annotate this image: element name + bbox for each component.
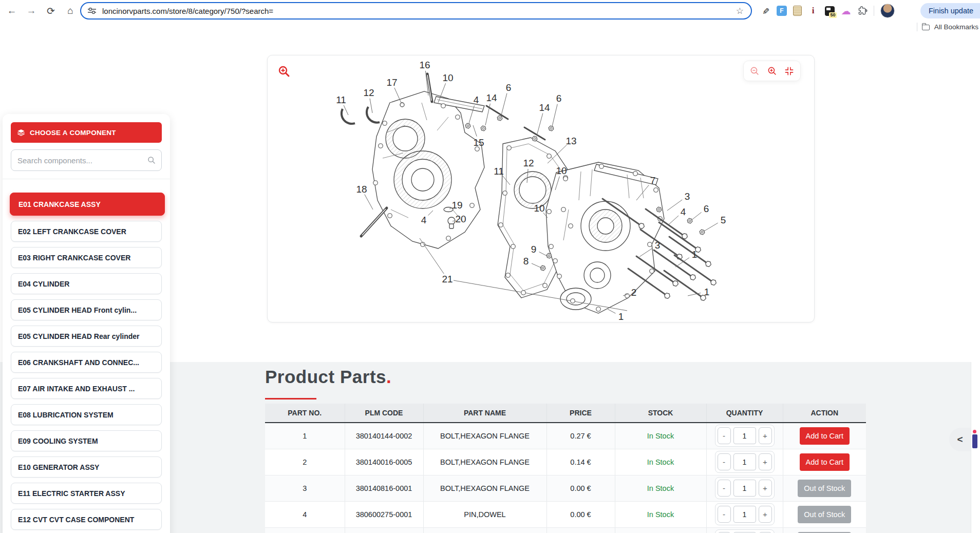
diagram-callout-number: 9 [531,244,537,255]
callout-leader-line [552,104,557,126]
qty-decrease-button[interactable]: - [718,427,731,444]
col-quantity: QUANTITY [706,404,783,423]
add-to-cart-button[interactable]: Add to Cart [800,427,850,445]
part-name-cell [423,527,546,533]
pen-extension-icon[interactable]: ✎ [760,6,770,16]
callout-leader-line [704,223,718,231]
zoom-out-button[interactable] [749,65,761,77]
plm-code-cell: 380140016-0005 [345,449,423,475]
sidebar-item-e02[interactable]: E02 LEFT CRANKCASE COVER [11,221,162,242]
diagram-callout-number: 15 [473,137,484,148]
sidebar-item-e07[interactable]: E07 AIR INTAKE AND EXHAUST ... [11,378,162,399]
search-icon [147,156,156,164]
sidebar-item-e10[interactable]: E10 GENERATOR ASSY [11,456,162,478]
back-button[interactable]: ← [3,2,21,20]
add-to-cart-button[interactable]: Add to Cart [800,453,850,471]
sidebar-divider [3,179,170,179]
sidebar-item-e08[interactable]: E08 LUBRICATION SYSTEM [11,404,162,425]
stock-cell: In Stock [615,423,706,449]
address-bar[interactable]: loncinorvparts.com/store/8/category/750/… [80,2,752,20]
sidebar-item-e11[interactable]: E11 ELECTRIC STARTER ASSY [11,483,162,504]
fifty-icon: 50 [825,6,835,16]
choose-component-header: CHOOSE A COMPONENT [11,122,162,143]
qty-input[interactable] [733,480,756,497]
reload-icon: ⟳ [47,5,55,17]
diagram-callout-number: 10 [442,72,453,83]
quantity-cell: -+ [706,449,783,475]
f-icon-label: F [780,7,783,14]
sidebar-item-e01[interactable]: E01 CRANKCASE ASSY [10,193,165,216]
quantity-stepper: -+ [715,503,775,525]
all-bookmarks-button[interactable]: All Bookmarks [934,23,978,31]
profile-avatar[interactable] [880,4,895,18]
products-title: Product Parts. [265,367,391,387]
fit-view-button[interactable] [783,65,796,77]
notepad-extension-icon[interactable] [793,6,802,16]
qty-increase-button[interactable]: + [759,453,772,470]
diagram-callout-number: 21 [442,274,453,284]
callout-leader-line [365,195,373,210]
fifty-extension-icon[interactable]: 50 [824,6,835,16]
diagram-callout-number: 19 [451,200,462,211]
zoom-in-button[interactable] [766,65,778,77]
component-search-input[interactable] [11,149,162,171]
cloud-icon: ☁ [841,5,851,17]
diagram-callout-number: 6 [506,82,512,93]
sidebar-item-e06[interactable]: E06 CRANKSHAFT AND CONNEC... [11,352,162,373]
out-of-stock-button: Out of Stock [798,506,851,523]
i-extension-icon[interactable]: i [808,6,818,16]
forward-button[interactable]: → [23,2,40,20]
home-button[interactable]: ⌂ [62,2,79,20]
sidebar-item-e04[interactable]: E04 CYLINDER [11,273,162,294]
site-settings-icon[interactable] [87,7,97,14]
bookmark-star-icon[interactable]: ☆ [735,6,745,16]
qty-decrease-button[interactable]: - [718,480,731,497]
action-cell: Out of Stock [783,501,866,527]
diagram-zoom-controls [743,61,801,81]
qty-input[interactable] [733,427,756,444]
qty-increase-button[interactable]: + [759,480,772,497]
bookmarks-divider [917,23,917,31]
sidebar-item-e09[interactable]: E09 COOLING SYSTEM [11,430,162,451]
qty-increase-button[interactable]: + [759,506,772,523]
reload-button[interactable]: ⟳ [42,2,60,20]
sidebar-item-e03[interactable]: E03 RIGHT CRANKCASE COVER [11,247,162,268]
diagram-callout-number: 4 [474,94,479,105]
qty-input[interactable] [733,453,756,470]
qty-increase-button[interactable]: + [759,427,772,444]
extensions-puzzle-icon[interactable] [857,6,868,16]
stock-cell [615,527,706,533]
action-cell: Out of Stock [783,527,866,533]
url-text[interactable]: loncinorvparts.com/store/8/category/750/… [102,7,729,15]
i-panel-icon[interactable] [972,430,977,448]
parts-diagram-card[interactable]: 1617101211414614615131211107365418419201… [267,55,815,322]
parts-table: PART NO. PLM CODE PART NAME PRICE STOCK … [265,404,866,533]
sidebar-item-e05[interactable]: E05 CYLINDER HEAD Rear cylinder [11,326,162,347]
action-cell: Out of Stock [783,475,866,501]
quantity-stepper: -+ [715,451,775,473]
callout-leader-line [473,125,477,137]
quantity-stepper: -+ [715,425,775,447]
table-row: -+Out of Stock [265,527,866,533]
browser-toolbar: ← → ⟳ ⌂ loncinorvparts.com/store/8/categ… [0,0,980,22]
diagram-callout-number: 3 [655,240,661,251]
quantity-stepper: -+ [715,529,775,533]
zoom-in-icon [767,66,777,76]
table-row: 4380600275-0001PIN,DOWEL0.00 €In Stock-+… [265,501,866,527]
col-plm-code: PLM CODE [345,404,423,423]
qty-input[interactable] [733,506,756,523]
qty-decrease-button[interactable]: - [718,506,731,523]
finish-update-button[interactable]: Finish update ⋮ [920,3,980,18]
f-extension-icon[interactable]: F [777,6,787,16]
price-cell [546,527,615,533]
diagram-callout-number: 10 [534,203,544,214]
plm-code-cell: 380600275-0001 [345,501,423,527]
side-panel-toggle[interactable]: < [949,428,971,451]
diagram-callout-number: 7 [650,175,656,186]
quantity-cell: -+ [706,501,783,527]
sidebar-item-e05[interactable]: E05 CYLINDER HEAD Front cylin... [11,299,162,320]
sidebar-item-e12[interactable]: E12 CVT CVT CASE COMPONENT [11,509,162,530]
part-name-cell: PIN,DOWEL [423,501,546,527]
cloud-extension-icon[interactable]: ☁ [841,6,851,16]
qty-decrease-button[interactable]: - [718,453,731,470]
